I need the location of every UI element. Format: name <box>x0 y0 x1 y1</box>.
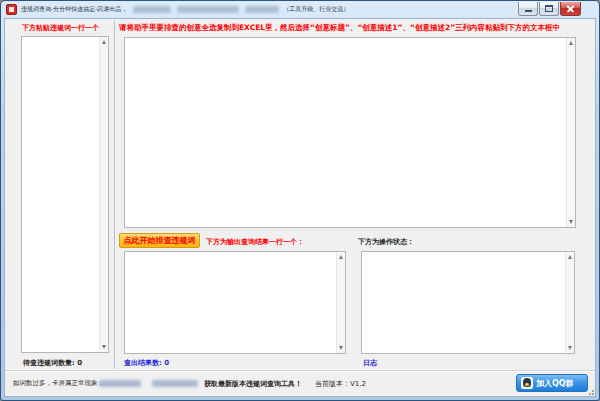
pending-count-label: 待查违规词数量: <box>23 359 75 367</box>
violation-words-value <box>24 38 97 351</box>
app-icon <box>6 4 17 15</box>
close-button[interactable] <box>560 2 581 16</box>
start-query-button[interactable]: 点此开始排查违规词 <box>119 233 200 248</box>
app-window: 违规词查询-分分钟快速搞定-闪涛出品， （工具升级、行业交流） 下方粘贴违规词一… <box>0 0 600 401</box>
statusbar: 如词数过多，卡屏属正常现象， 获取最新版本违规词查询工具！ 当前版本：V1.2 … <box>5 370 595 396</box>
minimize-icon <box>525 10 532 12</box>
pending-count-value: 0 <box>77 359 82 367</box>
window-title: 违规词查询-分分钟快速搞定-闪涛出品， <box>21 5 127 14</box>
pending-count: 待查违规词数量: 0 <box>23 358 82 368</box>
join-qq-label: 加入QQ群 <box>536 378 574 389</box>
scrollbar[interactable] <box>565 252 574 353</box>
minimize-button[interactable] <box>518 2 538 16</box>
redacted-title-text <box>133 6 171 13</box>
maximize-icon <box>545 5 553 12</box>
redacted-title-text <box>245 6 279 13</box>
titlebar: 违规词查询-分分钟快速搞定-闪涛出品， （工具升级、行业交流） <box>1 1 599 18</box>
log-label: 日志 <box>363 358 377 368</box>
redacted-contact <box>152 380 198 387</box>
scrollbar[interactable] <box>566 38 575 227</box>
join-qq-button[interactable]: 加入QQ群 <box>516 374 588 392</box>
redacted-title-text <box>177 6 239 13</box>
scrollbar[interactable] <box>99 37 108 352</box>
log-textbox[interactable] <box>361 251 575 354</box>
instruction-label: 请将助手里要排查的创意全选复制到EXCEL里，然后选择“创意标题”、“创意描述1… <box>119 23 560 33</box>
source-content-textbox[interactable] <box>124 37 576 228</box>
window-controls <box>518 2 581 16</box>
resize-grip[interactable] <box>586 387 594 395</box>
output-results-label: 下方为输出查询结果一行一个： <box>206 237 304 247</box>
query-results-textbox[interactable] <box>124 251 346 354</box>
results-count-value: 0 <box>164 359 169 367</box>
latest-version-text: 获取最新版本违规词查询工具！ <box>204 379 302 389</box>
client-area: 下方粘贴违规词一行一个 请将助手里要排查的创意全选复制到EXCEL里，然后选择“… <box>4 18 596 397</box>
results-count-label: 查出结果数: <box>124 359 162 367</box>
redacted-contact <box>99 380 141 387</box>
maximize-button[interactable] <box>539 2 559 16</box>
source-content-value <box>127 39 564 226</box>
scrollbar[interactable] <box>336 252 345 353</box>
qq-icon <box>521 377 533 389</box>
results-count: 查出结果数: 0 <box>124 358 169 368</box>
operation-status-label: 下方为操作状态： <box>358 237 414 247</box>
close-icon <box>566 4 575 13</box>
current-version-text: 当前版本：V1.2 <box>315 379 366 389</box>
paste-words-label: 下方粘贴违规词一行一个 <box>22 23 99 33</box>
log-value <box>364 253 563 352</box>
query-results-value <box>127 253 334 352</box>
status-notice: 如词数过多，卡屏属正常现象， <box>13 379 104 388</box>
window-title-note: （工具升级、行业交流） <box>283 5 349 14</box>
violation-words-textbox[interactable] <box>21 36 109 353</box>
panel-separator <box>114 21 115 369</box>
